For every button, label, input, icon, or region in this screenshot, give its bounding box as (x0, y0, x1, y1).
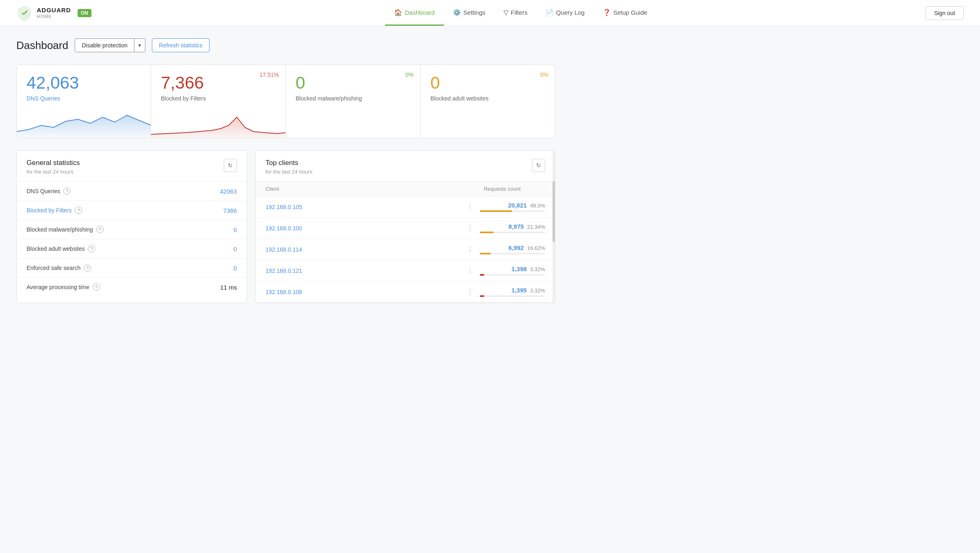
client-bar-0 (480, 210, 512, 212)
dns-queries-row-value: 42063 (220, 188, 237, 195)
general-stats-refresh-button[interactable]: ↻ (224, 159, 237, 172)
blocked-malware-row-value: 0 (234, 226, 237, 233)
stats-cards: 42,063 DNS Queries 17.51% 7,366 Blocked … (16, 65, 555, 138)
client-bar-container-2 (480, 253, 545, 254)
blocked-adult-percent: 0% (540, 71, 548, 78)
avg-processing-help-icon[interactable]: ? (93, 283, 100, 291)
stat-card-blocked-filters: 17.51% 7,366 Blocked by Filters (151, 65, 286, 138)
blocked-adult-row-value: 0 (234, 245, 237, 252)
client-row-2: 192.168.0.114 ⋮ 6,992 16.62% (256, 239, 555, 260)
top-clients-header: Top clients for the last 24 hours ↻ (256, 151, 555, 182)
client-menu-1[interactable]: ⋮ (464, 223, 476, 234)
filter-icon: ▽ (503, 9, 508, 16)
disable-protection-button[interactable]: Disable protection ▾ (75, 38, 145, 52)
disable-protection-label: Disable protection (75, 39, 134, 52)
stat-card-dns-queries: 42,063 DNS Queries (16, 65, 151, 138)
dns-queries-row-label: DNS Queries (27, 188, 60, 194)
client-pct-4: 3.32% (530, 288, 545, 294)
col-header-requests: Requests count (484, 186, 545, 192)
safe-search-help-icon[interactable]: ? (84, 264, 91, 272)
general-stats-panel: General statistics for the last 24 hours… (16, 150, 247, 303)
main-content: Dashboard Disable protection ▾ Refresh s… (0, 26, 572, 315)
blocked-filters-number: 7,366 (161, 73, 276, 93)
blocked-adult-label: Blocked adult websites (430, 95, 545, 102)
client-bar-container-0 (480, 210, 545, 212)
blocked-malware-help-icon[interactable]: ? (96, 226, 104, 233)
stat-card-blocked-adult: 0% 0 Blocked adult websites (421, 65, 555, 138)
clients-table-header: Client Requests count (256, 182, 555, 196)
home-icon: 🏠 (394, 9, 402, 16)
client-pct-0: 49.5% (530, 203, 545, 209)
gear-icon: ⚙️ (453, 9, 461, 16)
stat-row-avg-processing: Average processing time ? 11 ms (17, 278, 247, 297)
blocked-filters-row-label: Blocked by Filters (27, 207, 71, 214)
top-clients-panel: Top clients for the last 24 hours ↻ Clie… (255, 150, 555, 303)
on-badge: ON (78, 9, 91, 17)
nav-item-dashboard[interactable]: 🏠 Dashboard (385, 0, 443, 26)
blocked-adult-help-icon[interactable]: ? (88, 245, 95, 252)
adguard-logo-icon (16, 5, 33, 21)
client-count-0: 20,821 (508, 202, 527, 209)
dashboard-header: Dashboard Disable protection ▾ Refresh s… (16, 38, 555, 52)
dns-queries-chart (17, 105, 151, 138)
stat-row-blocked-malware: Blocked malware/phishing ? 0 (17, 220, 247, 239)
client-ip-3[interactable]: 192.168.0.121 (265, 268, 460, 274)
client-pct-1: 21.34% (527, 224, 545, 230)
dns-queries-help-icon[interactable]: ? (63, 187, 71, 195)
top-clients-refresh-button[interactable]: ↻ (532, 159, 545, 172)
safe-search-row-label: Enforced safe search (27, 265, 80, 271)
client-row-0: 192.168.0.105 ⋮ 20,821 49.5% (256, 196, 555, 218)
blocked-filters-percent: 17.51% (260, 71, 279, 78)
dns-queries-number: 42,063 (27, 73, 141, 93)
client-ip-0[interactable]: 192.168.0.105 (265, 204, 460, 210)
top-clients-title: Top clients (265, 159, 312, 167)
scrollbar-track[interactable] (552, 151, 555, 303)
client-pct-2: 16.62% (527, 245, 545, 251)
general-stats-subtitle: for the last 24 hours (27, 169, 80, 175)
stat-row-blocked-filters: Blocked by Filters ? 7366 (17, 201, 247, 220)
stat-row-blocked-adult: Blocked adult websites ? 0 (17, 239, 247, 259)
nav-label-filters: Filters (511, 9, 528, 16)
nav-item-settings[interactable]: ⚙️ Settings (444, 0, 494, 26)
general-stats-title: General statistics (27, 159, 80, 167)
client-ip-4[interactable]: 192.168.0.108 (265, 289, 460, 295)
main-nav: 🏠 Dashboard ⚙️ Settings ▽ Filters 📄 Quer… (116, 0, 926, 26)
page-title: Dashboard (16, 39, 68, 52)
client-menu-3[interactable]: ⋮ (464, 265, 476, 276)
client-count-4: 1,395 (512, 287, 527, 294)
refresh-statistics-button[interactable]: Refresh statistics (152, 38, 209, 52)
general-stats-header: General statistics for the last 24 hours… (17, 151, 247, 182)
client-menu-4[interactable]: ⋮ (464, 286, 476, 297)
client-ip-2[interactable]: 192.168.0.114 (265, 246, 460, 253)
col-header-client: Client (265, 186, 483, 192)
client-pct-3: 3.32% (530, 266, 545, 272)
blocked-filters-label: Blocked by Filters (161, 95, 276, 102)
client-bar-2 (480, 253, 491, 254)
blocked-malware-percent: 0% (405, 71, 414, 78)
client-menu-0[interactable]: ⋮ (464, 201, 476, 212)
scrollbar-thumb (552, 181, 555, 242)
stat-row-dns-queries: DNS Queries ? 42063 (17, 182, 247, 201)
client-bar-container-1 (480, 232, 545, 233)
nav-item-setup-guide[interactable]: ❓ Setup Guide (594, 0, 656, 26)
bottom-panels: General statistics for the last 24 hours… (16, 150, 555, 303)
chevron-down-icon: ▾ (134, 39, 145, 51)
blocked-filters-chart (151, 105, 286, 138)
question-icon: ❓ (603, 9, 611, 16)
logo: ADGUARD HOME ON (16, 5, 91, 21)
blocked-malware-number: 0 (296, 73, 410, 93)
client-menu-2[interactable]: ⋮ (464, 244, 476, 255)
nav-label-dashboard: Dashboard (405, 9, 434, 16)
refresh-icon-2: ↻ (536, 162, 541, 169)
stat-card-blocked-malware: 0% 0 Blocked malware/phishing (286, 65, 421, 138)
client-bar-container-3 (480, 274, 545, 276)
client-count-3: 1,398 (512, 265, 527, 272)
nav-item-filters[interactable]: ▽ Filters (494, 0, 537, 26)
client-row-3: 192.168.0.121 ⋮ 1,398 3.32% (256, 260, 555, 281)
nav-label-query-log: Query Log (556, 9, 585, 16)
nav-item-query-log[interactable]: 📄 Query Log (537, 0, 594, 26)
blocked-filters-row-value: 7366 (223, 207, 237, 214)
sign-out-button[interactable]: Sign out (926, 6, 964, 20)
blocked-filters-help-icon[interactable]: ? (75, 207, 82, 214)
client-ip-1[interactable]: 192.168.0.100 (265, 225, 460, 232)
